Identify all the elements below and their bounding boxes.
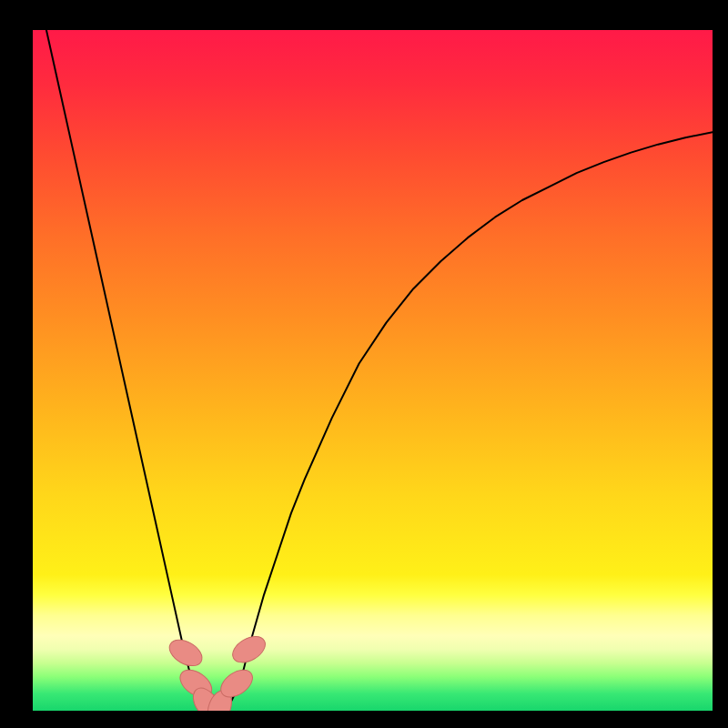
plot-area <box>33 30 713 711</box>
gradient-background <box>33 30 713 711</box>
chart-outer-frame: TheBottleneck.com <box>0 0 728 728</box>
chart-svg <box>33 30 713 711</box>
plot-black-border <box>0 0 728 728</box>
